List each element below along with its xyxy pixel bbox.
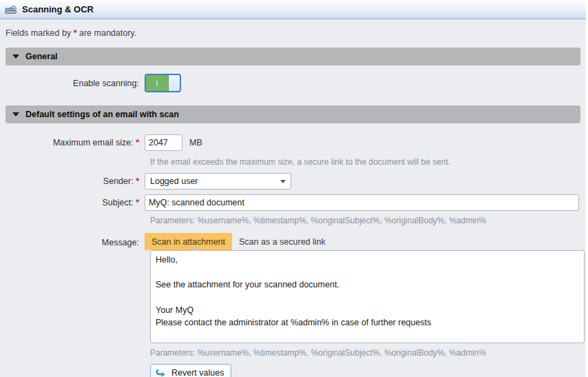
subject-params-help: Parameters: %username%, %timestamp%, %or…: [150, 216, 586, 225]
message-params-help: Parameters: %username%, %timestamp%, %or…: [150, 348, 586, 358]
max-email-size-label: Maximum email size: *: [0, 138, 145, 147]
page-titlebar: Scanning & OCR: [0, 0, 586, 19]
mandatory-note-prefix: Fields marked by: [6, 28, 74, 38]
toggle-on-segment: I: [146, 75, 169, 91]
revert-row: Revert values: [150, 364, 586, 377]
required-asterisk: *: [136, 198, 139, 207]
scanner-icon: [5, 4, 17, 14]
max-email-size-unit: MB: [189, 138, 202, 147]
section-title: Default settings of an email with scan: [25, 110, 179, 119]
enable-scanning-label: Enable scanning:: [0, 79, 145, 88]
chevron-down-icon: [12, 112, 19, 116]
message-tabs: Scan in attachment Scan as a secured lin…: [145, 233, 333, 250]
chevron-down-icon: [12, 54, 19, 59]
mandatory-note-suffix: are mandatory.: [77, 28, 137, 38]
mandatory-note: Fields marked by * are mandatory.: [0, 19, 586, 43]
required-asterisk: *: [136, 138, 139, 147]
sender-row: Sender: * Logged user: [0, 173, 586, 190]
chevron-down-icon: [280, 180, 286, 183]
tab-scan-as-secured-link[interactable]: Scan as a secured link: [232, 233, 333, 250]
enable-scanning-row: Enable scanning: I: [0, 74, 586, 92]
enable-scanning-toggle[interactable]: I: [145, 74, 181, 92]
toggle-knob: [169, 75, 180, 91]
max-email-size-help: If the email exceeds the maximum size, a…: [150, 157, 586, 167]
page-title: Scanning & OCR: [22, 4, 94, 14]
sender-dropdown[interactable]: Logged user: [145, 173, 291, 190]
message-textarea[interactable]: Hello, See the attachment for your scann…: [150, 250, 585, 343]
revert-values-button[interactable]: Revert values: [150, 364, 231, 377]
revert-arrow-icon: [156, 368, 167, 377]
subject-row: Subject: *: [0, 194, 586, 211]
message-label: Message:: [0, 238, 145, 250]
message-tabs-row: Message: Scan in attachment Scan as a se…: [0, 233, 586, 250]
subject-input[interactable]: [145, 194, 579, 211]
section-header-general[interactable]: General: [6, 48, 580, 65]
max-email-size-input[interactable]: [145, 134, 182, 151]
section-title: General: [25, 52, 58, 61]
revert-values-label: Revert values: [171, 368, 224, 377]
sender-dropdown-value: Logged user: [150, 176, 280, 186]
active-tab-notch: [190, 247, 198, 251]
subject-label: Subject: *: [0, 198, 145, 207]
sender-label: Sender: *: [0, 176, 145, 186]
tab-scan-in-attachment[interactable]: Scan in attachment: [145, 233, 232, 250]
message-editor-wrap: Hello, See the attachment for your scann…: [150, 250, 586, 343]
max-email-size-row: Maximum email size: * MB: [0, 134, 586, 151]
scanning-ocr-settings-page: Scanning & OCR Fields marked by * are ma…: [0, 0, 586, 377]
required-asterisk: *: [136, 176, 139, 186]
section-header-email-defaults[interactable]: Default settings of an email with scan: [6, 105, 580, 123]
